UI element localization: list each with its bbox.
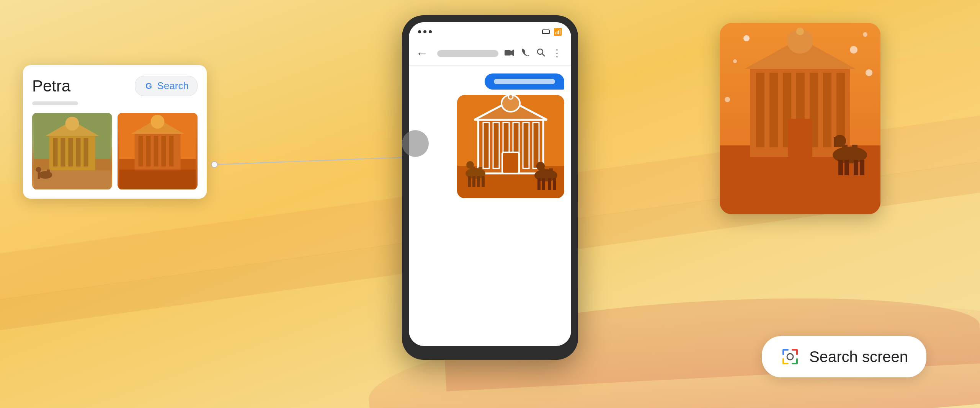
svg-rect-96 bbox=[854, 160, 858, 175]
search-screen-label: Search screen bbox=[809, 348, 908, 366]
svg-rect-46 bbox=[533, 122, 539, 168]
svg-rect-15 bbox=[38, 171, 40, 179]
svg-rect-6 bbox=[61, 138, 65, 166]
svg-rect-65 bbox=[537, 178, 541, 190]
sent-message-bubble bbox=[485, 73, 564, 90]
search-image-1 bbox=[32, 113, 112, 189]
svg-point-16 bbox=[36, 167, 41, 172]
svg-rect-63 bbox=[549, 168, 553, 178]
svg-rect-83 bbox=[823, 73, 831, 147]
svg-rect-88 bbox=[788, 119, 812, 157]
svg-rect-24 bbox=[169, 136, 174, 166]
svg-point-75 bbox=[866, 69, 872, 76]
svg-rect-21 bbox=[146, 136, 151, 166]
image-message[interactable] bbox=[457, 95, 564, 198]
petra-building-svg-1 bbox=[32, 113, 112, 189]
svg-point-74 bbox=[733, 59, 737, 63]
phone-call-icon[interactable] bbox=[521, 47, 530, 59]
search-button[interactable]: G Search bbox=[135, 76, 198, 96]
svg-rect-44 bbox=[523, 122, 529, 168]
more-options-icon[interactable]: ⋮ bbox=[552, 47, 562, 59]
touch-indicator bbox=[402, 130, 429, 157]
search-card-header: Petra G Search bbox=[32, 76, 198, 96]
svg-rect-38 bbox=[493, 122, 499, 168]
search-image-2 bbox=[118, 113, 198, 189]
toolbar-action-icons: ⋮ bbox=[505, 47, 562, 59]
svg-rect-7 bbox=[69, 138, 73, 166]
svg-point-76 bbox=[725, 97, 730, 102]
search-button-label: Search bbox=[157, 80, 189, 92]
phone-screen: 📶 ← bbox=[409, 22, 571, 346]
svg-rect-90 bbox=[842, 145, 848, 158]
svg-point-73 bbox=[863, 32, 867, 37]
svg-rect-91 bbox=[852, 145, 858, 158]
right-illustration-card bbox=[720, 23, 880, 214]
svg-rect-95 bbox=[844, 160, 849, 175]
svg-rect-5 bbox=[53, 138, 58, 166]
petra-building-svg-2 bbox=[118, 113, 198, 189]
search-result-card: Petra G Search bbox=[23, 65, 207, 199]
svg-point-30 bbox=[537, 49, 543, 54]
svg-point-64 bbox=[536, 162, 545, 170]
svg-rect-94 bbox=[838, 160, 843, 175]
svg-line-31 bbox=[542, 54, 545, 56]
svg-rect-8 bbox=[76, 138, 81, 166]
svg-rect-67 bbox=[548, 178, 551, 190]
phone-body: 📶 ← bbox=[402, 15, 578, 360]
chat-messages bbox=[409, 66, 571, 346]
phone-device: 📶 ← bbox=[402, 15, 578, 360]
video-call-icon[interactable] bbox=[505, 47, 514, 59]
svg-rect-14 bbox=[47, 170, 50, 176]
svg-point-56 bbox=[466, 161, 474, 169]
search-subtitle-bar bbox=[32, 101, 78, 105]
svg-rect-93 bbox=[834, 137, 838, 147]
svg-rect-9 bbox=[84, 138, 88, 166]
svg-rect-68 bbox=[553, 178, 556, 190]
svg-point-87 bbox=[796, 28, 804, 35]
svg-point-11 bbox=[65, 117, 79, 131]
svg-rect-22 bbox=[154, 136, 158, 166]
chat-toolbar: ← bbox=[409, 41, 571, 66]
svg-rect-79 bbox=[769, 73, 778, 147]
right-card-petra-svg bbox=[720, 23, 880, 214]
status-bar: 📶 bbox=[409, 22, 571, 41]
svg-point-26 bbox=[151, 115, 165, 129]
svg-rect-66 bbox=[542, 178, 545, 190]
petra-chat-image bbox=[457, 95, 564, 198]
svg-rect-58 bbox=[472, 176, 475, 187]
svg-rect-60 bbox=[482, 176, 485, 187]
lens-icon bbox=[780, 347, 800, 367]
svg-point-72 bbox=[850, 46, 858, 54]
svg-rect-36 bbox=[483, 122, 489, 168]
svg-rect-78 bbox=[756, 73, 764, 147]
search-screen-button[interactable]: Search screen bbox=[762, 336, 926, 377]
svg-rect-20 bbox=[139, 136, 143, 166]
contact-name-bar bbox=[437, 50, 498, 57]
message-text-bar bbox=[494, 79, 555, 84]
back-icon[interactable]: ← bbox=[416, 46, 428, 60]
svg-rect-27 bbox=[119, 170, 196, 189]
svg-rect-52 bbox=[502, 152, 519, 173]
svg-point-13 bbox=[39, 171, 52, 179]
google-g-logo: G bbox=[144, 81, 154, 91]
svg-point-99 bbox=[787, 354, 793, 360]
svg-rect-59 bbox=[477, 176, 480, 187]
svg-marker-29 bbox=[511, 49, 514, 56]
svg-rect-97 bbox=[860, 160, 864, 175]
search-card-title: Petra bbox=[32, 77, 70, 95]
svg-point-71 bbox=[743, 35, 750, 41]
svg-rect-55 bbox=[479, 167, 482, 175]
svg-rect-28 bbox=[505, 50, 511, 55]
svg-rect-57 bbox=[468, 176, 471, 187]
svg-point-51 bbox=[508, 95, 513, 99]
search-icon[interactable] bbox=[537, 47, 545, 59]
petra-chat-building-svg bbox=[457, 95, 564, 198]
svg-rect-23 bbox=[162, 136, 166, 166]
search-images-grid bbox=[32, 113, 198, 189]
